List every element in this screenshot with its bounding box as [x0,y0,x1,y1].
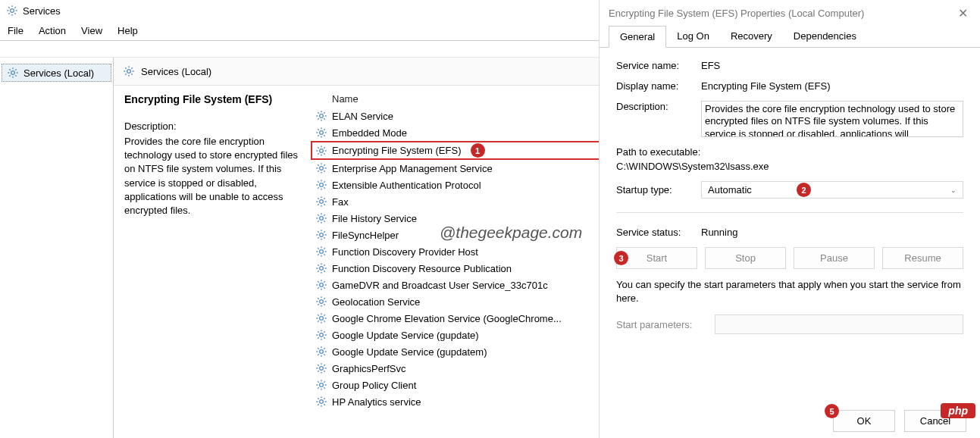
svg-point-10 [320,233,324,237]
tab-logon[interactable]: Log On [666,26,720,47]
label-service-name: Service name: [616,60,694,71]
gear-icon [123,65,135,77]
detail-desc-label: Description: [124,120,300,132]
annotation-1: 1 [471,143,485,158]
tab-dependencies[interactable]: Dependencies [783,26,867,47]
gear-icon [315,145,327,157]
content-header-label: Services (Local) [141,66,211,77]
detail-title: Encrypting File System (EFS) [124,93,300,105]
svg-point-17 [320,350,324,354]
service-name-label: Group Policy Client [332,380,416,391]
service-name-label: Google Update Service (gupdatem) [332,346,487,358]
stop-button[interactable]: Stop [705,247,786,269]
service-name-label: Function Discovery Provider Host [332,246,478,258]
label-path: Path to executable: [616,146,963,158]
ok-button-label: OK [857,415,872,427]
service-name-label: FileSyncHelper [332,230,399,241]
resume-button[interactable]: Resume [882,247,963,269]
chevron-down-icon: ⌄ [950,186,957,194]
svg-point-0 [11,9,14,13]
ok-button[interactable]: OK [833,410,895,432]
svg-point-2 [127,70,131,74]
gear-icon [315,196,327,208]
service-name-label: Embedded Mode [332,127,407,139]
tree-pane: Services (Local) [0,58,114,438]
tree-item-label: Services (Local) [23,67,94,79]
start-button[interactable]: 3 Start [616,247,697,269]
gear-icon [315,279,327,291]
service-name-label: GraphicsPerfSvc [332,363,406,374]
value-display-name: Encrypting File System (EFS) [701,80,963,92]
control-buttons: 3 Start Stop Pause Resume [616,247,963,269]
start-parameters-input[interactable] [715,314,963,334]
description-box[interactable]: Provides the core file encryption techno… [701,101,963,137]
svg-point-5 [320,149,324,152]
pause-button[interactable]: Pause [794,247,875,269]
php-badge: php [941,403,975,418]
menu-action[interactable]: Action [39,25,66,36]
gear-icon [7,67,19,79]
service-name-label: Enterprise App Management Service [332,163,493,174]
svg-point-3 [320,114,324,118]
gear-icon [315,379,327,391]
gear-icon [315,246,327,258]
tab-deps-label: Dependencies [794,30,856,42]
service-name-label: Function Discovery Resource Publication [332,263,512,274]
properties-dialog: Encrypting File System (EFS) Properties … [599,0,980,438]
divider [616,212,963,213]
gear-icon [315,229,327,241]
svg-point-19 [320,383,324,387]
service-name-label: File History Service [332,213,417,224]
svg-point-8 [320,200,324,204]
tab-general[interactable]: General [609,26,666,48]
gear-icon [315,110,327,122]
service-name-label: HP Analytics service [332,396,421,408]
annotation-5: 5 [825,404,839,418]
svg-point-16 [320,333,324,337]
label-service-status: Service status: [616,227,694,238]
value-path: C:\WINDOWS\System32\lsass.exe [616,161,963,172]
gear-icon [315,346,327,358]
resume-button-label: Resume [904,252,941,264]
tab-general-label: General [620,31,655,42]
startup-type-select[interactable]: Automatic ⌄ 2 [701,181,963,199]
watermark: @thegeekpage.com [440,224,582,242]
gear-icon [315,262,327,274]
label-startup-type: Startup type: [616,184,694,196]
menu-view[interactable]: View [81,25,102,36]
tab-recovery[interactable]: Recovery [720,26,783,47]
gear-icon [315,212,327,224]
gear-icon [315,362,327,374]
tree-item-services-local[interactable]: Services (Local) [2,64,111,82]
params-hint: You can specify the start parameters tha… [616,278,963,305]
service-name-label: GameDVR and Broadcast User Service_33c70… [332,280,548,291]
menu-file[interactable]: File [8,25,23,36]
svg-point-1 [11,71,15,75]
gear-icon [315,329,327,341]
detail-column: Encrypting File System (EFS) Description… [114,86,311,438]
gear-icon [315,396,327,408]
menu-help[interactable]: Help [117,25,138,36]
startup-type-value: Automatic [708,184,752,196]
dialog-title: Encrypting File System (EFS) Properties … [609,8,864,19]
label-description: Description: [616,101,694,112]
stop-button-label: Stop [735,252,756,264]
svg-point-9 [320,217,324,221]
svg-point-18 [320,367,324,371]
value-service-status: Running [701,227,963,238]
svg-point-12 [320,267,324,271]
service-name-label: Google Chrome Elevation Service (GoogleC… [332,313,562,324]
annotation-2: 2 [797,183,811,197]
close-icon[interactable]: ✕ [955,3,971,23]
dialog-titlebar: Encrypting File System (EFS) Properties … [600,0,980,26]
gear-icon [315,296,327,308]
tab-recovery-label: Recovery [731,30,772,42]
service-name-label: Geolocation Service [332,296,420,308]
dialog-tabs: General Log On Recovery Dependencies [600,26,980,48]
dialog-body: Service name: EFS Display name: Encrypti… [600,48,980,404]
tab-logon-label: Log On [677,30,709,42]
services-icon [6,5,18,17]
window-title: Services [23,5,61,17]
pause-button-label: Pause [820,252,848,264]
detail-desc: Provides the core file encryption techno… [124,135,300,217]
